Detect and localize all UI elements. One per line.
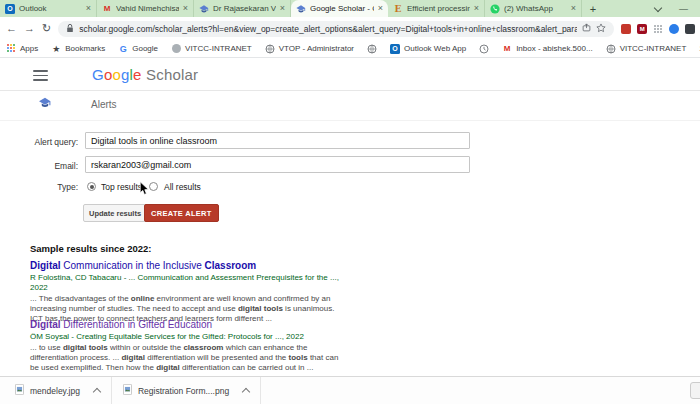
extension-adobe-icon[interactable] (621, 24, 631, 34)
bookmark-label: Apps (20, 44, 38, 53)
tab-title: (2) WhatsApp (504, 4, 567, 13)
show-all-downloads-button[interactable]: Show all (690, 382, 700, 399)
bookmark-label: VITCC-INTRANET (620, 44, 687, 53)
tab-title: Dr Rajasekaran V - G... (213, 4, 276, 13)
mouse-cursor (139, 181, 150, 200)
share-icon[interactable] (582, 23, 591, 34)
create-alert-button[interactable]: CREATE ALERT (144, 204, 219, 222)
browser-toolbar: ← → ↻ scholar.google.com/scholar_alerts?… (0, 17, 700, 40)
search-result-2: Digital Differentiation in Gifted Educat… (30, 319, 346, 373)
close-tab-icon[interactable]: × (474, 4, 479, 13)
browser-window: Outlook × Vahid Nimehchisalem × Dr Rajas… (0, 0, 700, 404)
radio-all-results-label[interactable]: All results (164, 182, 201, 192)
tab-scholar-profile[interactable]: Dr Rajasekaran V - G... × (194, 0, 291, 17)
extension-blue-icon[interactable] (669, 24, 679, 34)
bookmark-label: Bookmarks (65, 44, 105, 53)
bookmark-globe-only[interactable] (367, 44, 377, 54)
result-authors: ÖM Soysal - Creating Equitable Services … (30, 332, 346, 342)
extension-mendeley-icon[interactable] (637, 24, 647, 34)
google-scholar-logo: Google Scholar (92, 66, 198, 83)
close-tab-icon[interactable]: × (86, 4, 91, 13)
result-snippet: ... to use digital tools within or outsi… (30, 343, 346, 373)
bookmark-label: VTOP - Administrator (279, 44, 354, 53)
tab-whatsapp[interactable]: (2) WhatsApp × (485, 0, 582, 17)
forward-button[interactable]: → (24, 23, 35, 34)
site-icon (171, 44, 181, 54)
scholar-alert-cap-icon (38, 95, 52, 108)
url-text[interactable]: scholar.google.com/scholar_alerts?hl=en&… (79, 24, 577, 34)
bookmark-vitcc-intranet-1[interactable]: VITCC-INTRANET (171, 44, 252, 54)
back-button[interactable]: ← (6, 23, 17, 34)
bookmark-inbox[interactable]: Inbox - abishek.500... (502, 44, 593, 54)
scholar-cap-icon (296, 4, 306, 14)
bookmark-label: Google (132, 44, 158, 53)
tab-gmail-vahid[interactable]: Vahid Nimehchisalem × (97, 0, 194, 17)
download-item-registration-form[interactable]: Registration Form....png (112, 377, 261, 404)
tab-title: Outlook (19, 4, 82, 13)
bookmark-bookmarks[interactable]: Bookmarks (51, 44, 105, 54)
bookmark-label: Outlook Web App (404, 44, 466, 53)
divider (0, 90, 700, 91)
tab-ejournal[interactable]: Efficient processing o... × (388, 0, 485, 17)
padlock-icon (66, 23, 74, 35)
downloads-bar: mendeley.jpg Registration Form....png Sh… (0, 376, 700, 404)
sample-results-heading: Sample results since 2022: (30, 243, 151, 254)
google-g-icon (118, 44, 128, 54)
close-tab-icon[interactable]: × (183, 4, 188, 13)
close-tab-icon[interactable]: × (571, 4, 576, 13)
minimize-button[interactable]: — (679, 4, 688, 14)
result-title-link[interactable]: Digital Communication in the Inclusive C… (30, 260, 346, 272)
bookmark-google[interactable]: Google (118, 44, 158, 54)
globe-icon (367, 44, 377, 54)
download-filename: mendeley.jpg (30, 386, 80, 396)
bookmark-outlook-web-app[interactable]: Outlook Web App (390, 44, 466, 54)
clock-icon (479, 44, 489, 54)
extension-grid-icon[interactable] (653, 24, 663, 34)
journal-e-icon (393, 4, 403, 14)
tab-title: Google Scholar - Cre... (310, 4, 374, 13)
radio-top-results-label[interactable]: Top results (101, 182, 142, 192)
gmail-icon (102, 4, 112, 14)
menu-hamburger-icon[interactable] (33, 70, 48, 81)
tab-strip: Outlook × Vahid Nimehchisalem × Dr Rajas… (0, 0, 700, 17)
chevron-up-icon[interactable] (242, 388, 250, 396)
bookmark-star-icon[interactable] (596, 23, 606, 35)
close-tab-icon[interactable]: × (280, 4, 285, 13)
email-input[interactable] (85, 156, 470, 173)
close-tab-icon[interactable]: × (378, 4, 383, 13)
image-file-icon (123, 384, 132, 397)
address-bar[interactable]: scholar.google.com/scholar_alerts?hl=en&… (58, 21, 614, 37)
scholar-cap-icon (199, 4, 209, 14)
chevron-up-icon[interactable] (93, 388, 101, 396)
radio-top-results[interactable] (87, 182, 96, 191)
bookmark-vtop[interactable]: VTOP - Administrator (265, 44, 354, 54)
tab-scholar-alerts-active[interactable]: Google Scholar - Cre... × (291, 0, 388, 17)
new-tab-button[interactable]: + (582, 0, 604, 17)
bookmark-clock-only[interactable] (479, 44, 489, 54)
bookmark-apps[interactable]: Apps (7, 44, 38, 53)
result-authors: R Folostina, CD Tabacaru - ... Communica… (30, 273, 346, 293)
window-controls: — (655, 0, 700, 17)
result-title-link[interactable]: Digital Differentiation in Gifted Educat… (30, 319, 346, 331)
tab-outlook[interactable]: Outlook × (0, 0, 97, 17)
download-item-mendeley[interactable]: mendeley.jpg (4, 377, 112, 404)
tab-search-chevron-icon[interactable] (654, 3, 662, 11)
tab-title: Efficient processing o... (407, 4, 470, 13)
alert-query-input[interactable] (85, 132, 470, 149)
globe-icon (606, 44, 616, 54)
alert-query-label: Alert query: (0, 137, 78, 147)
search-result-1: Digital Communication in the Inclusive C… (30, 260, 346, 324)
extensions-puzzle-icon[interactable] (685, 24, 695, 34)
email-label: Email: (0, 161, 78, 171)
image-file-icon (15, 384, 24, 397)
bookmark-label: VITCC-INTRANET (185, 44, 252, 53)
download-filename: Registration Form....png (138, 386, 229, 396)
radio-all-results[interactable] (149, 182, 158, 191)
bookmark-vitcc-intranet-2[interactable]: VITCC-INTRANET (606, 44, 687, 54)
update-results-button[interactable]: Update results (83, 204, 147, 222)
tab-title: Vahid Nimehchisalem (116, 4, 179, 13)
reload-button[interactable]: ↻ (42, 23, 51, 34)
bookmark-label: Inbox - abishek.500... (516, 44, 593, 53)
apps-grid-icon (7, 44, 16, 53)
page-title: Alerts (91, 99, 117, 110)
